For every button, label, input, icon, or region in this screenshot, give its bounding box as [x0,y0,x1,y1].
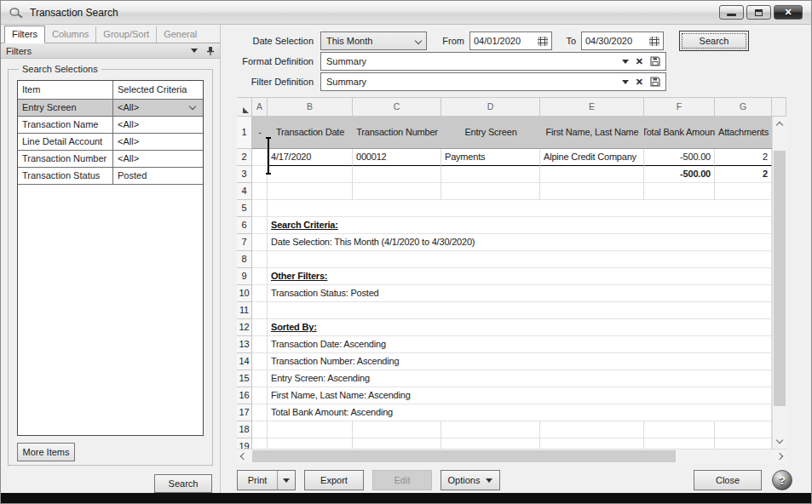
clear-icon[interactable]: ✕ [636,77,643,87]
close-button[interactable]: Close [694,470,762,490]
chevron-down-icon[interactable] [191,49,198,53]
search-button[interactable]: Search [679,31,749,51]
row-number[interactable]: 7 [237,234,252,251]
help-button[interactable]: ? [772,470,792,490]
report-heading[interactable]: Sorted By: [268,319,772,336]
row-number[interactable]: 4 [237,183,252,200]
vertical-scrollbar[interactable] [772,117,786,449]
grid-cell[interactable] [252,438,268,449]
scroll-left-icon[interactable] [240,453,247,460]
horizontal-scrollbar-thumb[interactable] [252,450,676,462]
grid-cell[interactable] [252,421,268,438]
row-number[interactable]: 18 [237,421,252,438]
grid-cell[interactable] [540,421,644,438]
grid-cell[interactable] [441,183,540,200]
grid-cell[interactable] [252,353,268,370]
report-heading[interactable]: Search Criteria: [268,217,772,234]
report-text[interactable]: Total Bank Amount: Ascending [268,404,772,421]
column-letter[interactable]: A [252,97,268,117]
tab-group-sort[interactable]: Group/Sort [95,26,156,43]
criteria-row-line-detail-account[interactable]: Line Detail Account <All> [18,134,203,151]
grid-cell[interactable] [353,421,441,438]
grid-cell[interactable]: 000012 [353,149,441,166]
grid-cell[interactable] [252,268,268,285]
row-number[interactable]: 8 [237,251,252,268]
tab-columns[interactable]: Columns [45,26,95,43]
report-text[interactable]: Date Selection: This Month (4/1/2020 to … [268,234,772,251]
row-number[interactable]: 9 [237,268,252,285]
report-heading[interactable]: Other Filters: [268,268,772,285]
horizontal-scrollbar[interactable] [237,449,786,463]
maximize-button[interactable] [746,5,771,20]
grid-cell[interactable] [540,438,644,449]
row-number[interactable]: 2 [237,149,252,166]
grid-cell[interactable] [644,421,715,438]
column-letter[interactable]: C [353,97,441,117]
grid-cell[interactable]: Payments [441,149,540,166]
row-number[interactable]: 3 [237,166,252,183]
grid-cell[interactable] [268,302,772,319]
grid-cell[interactable] [252,149,268,166]
filter-definition-dropdown[interactable]: Summary ✕ [320,72,666,91]
grid-cell[interactable] [441,166,540,183]
grid-cell[interactable] [441,421,540,438]
chevron-down-icon[interactable] [189,103,196,110]
grid-cell-total[interactable]: -500.00 [644,166,715,183]
print-dropdown-button[interactable] [277,471,295,490]
row-number[interactable]: 1 [237,117,252,149]
grid-cell[interactable] [252,183,268,200]
grid-cell[interactable] [268,421,353,438]
save-icon[interactable] [650,56,660,66]
column-letter[interactable]: F [644,97,715,117]
grid-cell[interactable]: -500.00 [644,149,715,166]
grid-cell[interactable] [252,302,268,319]
row-number[interactable]: 13 [237,336,252,353]
to-date-field[interactable]: 04/30/2020 [581,32,664,50]
header-transaction-number[interactable]: Transaction Number [353,117,441,149]
grid-cell[interactable] [353,438,441,449]
grid-cell[interactable]: 2 [715,149,772,166]
outline-collapse-button[interactable]: - [252,117,268,149]
chevron-down-icon[interactable] [622,60,629,64]
row-number[interactable]: 11 [237,302,252,319]
grid-cell[interactable]: 4/17/2020 [268,149,353,166]
save-icon[interactable] [650,77,660,87]
minimize-button[interactable] [719,5,744,20]
header-attachments[interactable]: Attachments [715,117,772,149]
grid-cell[interactable] [268,438,353,449]
criteria-row-entry-screen[interactable]: Entry Screen <All> [18,100,203,117]
row-number[interactable]: 17 [237,404,252,421]
export-button[interactable]: Export [304,470,364,490]
scroll-right-icon[interactable] [776,453,783,460]
row-number[interactable]: 5 [237,200,252,217]
grid-cell[interactable]: Alpine Credit Company [540,149,644,166]
report-text[interactable]: Transaction Status: Posted [268,285,772,302]
column-letter[interactable]: E [540,97,644,117]
criteria-value[interactable]: <All> [113,134,203,150]
grid-cell[interactable] [540,183,644,200]
grid-cell[interactable] [441,438,540,449]
row-number[interactable]: 15 [237,370,252,387]
grid-cell[interactable] [268,251,772,268]
clear-icon[interactable]: ✕ [636,57,643,66]
tab-general[interactable]: General [156,26,204,43]
vertical-scrollbar-thumb[interactable] [774,151,786,406]
scroll-up-icon[interactable] [776,122,783,129]
date-selection-dropdown[interactable]: This Month [320,32,427,50]
close-window-button[interactable]: ✕ [774,5,803,20]
more-items-button[interactable]: More Items [17,443,75,461]
select-all-corner[interactable] [237,97,252,117]
report-text[interactable]: Transaction Date: Ascending [268,336,772,353]
grid-cell[interactable] [252,200,268,217]
grid-cell[interactable] [715,438,772,449]
row-number[interactable]: 16 [237,387,252,404]
grid-cell[interactable] [268,166,353,183]
scroll-down-icon[interactable] [776,437,783,444]
column-letter[interactable]: D [441,97,540,117]
format-definition-dropdown[interactable]: Summary ✕ [320,52,666,71]
criteria-row-transaction-status[interactable]: Transaction Status Posted [18,168,203,185]
report-text[interactable]: Transaction Number: Ascending [268,353,772,370]
row-number[interactable]: 10 [237,285,252,302]
header-transaction-date[interactable]: Transaction Date [268,117,353,149]
grid-cell[interactable] [353,183,441,200]
